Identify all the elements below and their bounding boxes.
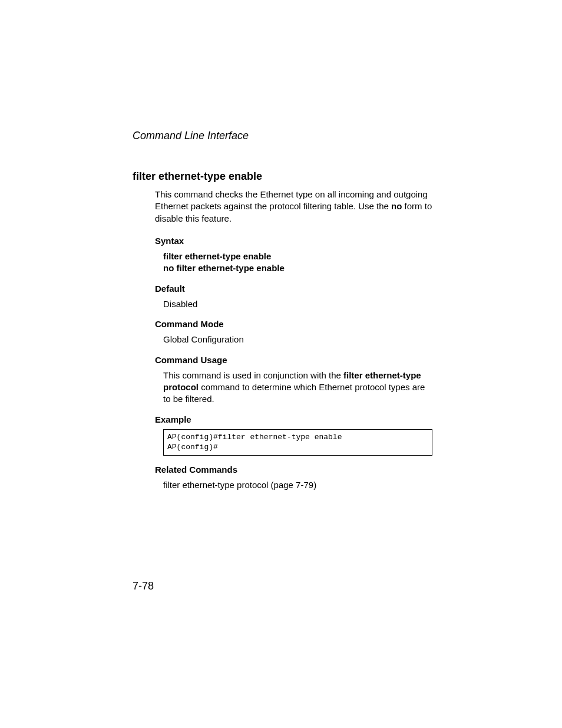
default-heading: Default (155, 283, 432, 295)
intro-bold: no (391, 201, 402, 211)
section-title: filter ethernet-type enable (133, 170, 432, 183)
default-value: Disabled (163, 298, 432, 310)
mode-value: Global Configuration (163, 334, 432, 345)
page: Command Line Interface filter ethernet-t… (0, 0, 562, 728)
usage-paragraph: This command is used in conjunction with… (163, 370, 432, 406)
example-code: AP(config)#filter ethernet-type enable A… (163, 429, 432, 456)
running-header: Command Line Interface (133, 130, 432, 142)
intro-paragraph: This command checks the Ethernet type on… (155, 189, 432, 225)
usage-heading: Command Usage (155, 354, 432, 366)
related-value: filter ethernet-type protocol (page 7-79… (163, 479, 432, 491)
body-content: This command checks the Ethernet type on… (155, 189, 432, 491)
syntax-line-2: no filter ethernet-type enable (163, 262, 432, 274)
usage-pre: This command is used in conjunction with… (163, 370, 343, 380)
example-heading: Example (155, 414, 432, 426)
related-heading: Related Commands (155, 464, 432, 476)
intro-pre: This command checks the Ethernet type on… (155, 189, 428, 211)
syntax-line-1: filter ethernet-type enable (163, 251, 432, 262)
syntax-heading: Syntax (155, 235, 432, 247)
mode-heading: Command Mode (155, 318, 432, 330)
usage-post: command to determine which Ethernet prot… (163, 382, 425, 404)
syntax-block: filter ethernet-type enable no filter et… (163, 251, 432, 275)
page-number: 7-78 (133, 580, 154, 592)
